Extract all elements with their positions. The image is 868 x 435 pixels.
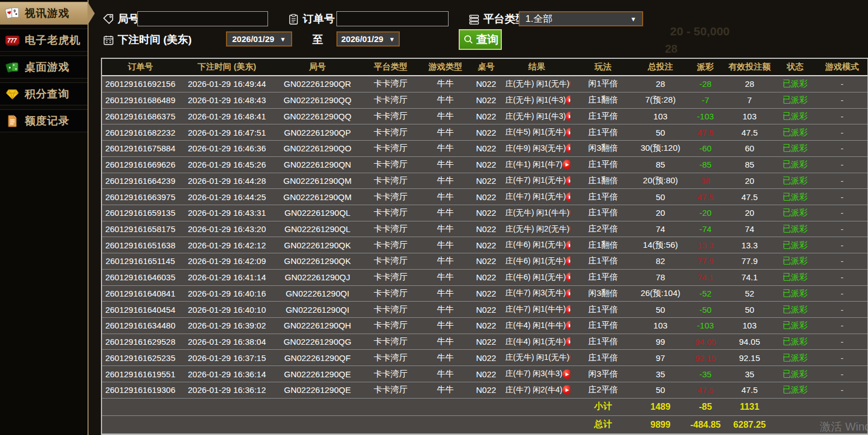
valid-bet-cell: 47.5 [726,189,773,205]
order-number-cell: 260129161659135 [102,205,178,221]
query-button[interactable]: 查询 [459,29,502,50]
play-video-icon[interactable]: ▶ [566,289,570,298]
result-text: 庄(牛6) 闲1(无牛) [505,240,566,250]
platform-cell: 卡卡湾厅 [359,156,421,173]
bet-time-cell: 2026-01-29 16:45:26 [178,156,275,173]
payout-cell: 77.9 [685,253,726,270]
date-to-value: 2026/01/29 [341,34,384,44]
document-icon [4,114,21,128]
summary-gap-cell [102,416,570,434]
cards-icon: 9 [4,6,21,21]
platform-cell: 卡卡湾厅 [359,350,421,366]
date-to-picker[interactable]: 2026/01/29 ▼ [336,31,400,47]
play-video-icon[interactable]: ▶ [569,353,570,363]
valid-bet-cell: 74.1 [726,269,773,285]
date-from-picker[interactable]: 2026/01/29 ▼ [226,31,292,47]
table-row: 2601291616864892026-01-29 16:48:43GN0222… [102,92,867,108]
play-video-icon[interactable]: ▶ [562,160,570,169]
result-cell: 庄(牛7) 闲3(牛3)▶ [503,366,570,382]
result-cell: 庄(牛6) 闲1(无牛)▶ [503,237,570,253]
game-mode-cell: - [817,269,867,285]
play-video-icon[interactable]: ▶ [562,385,570,395]
sidebar-item-quota-record[interactable]: 额度记录 [0,109,87,132]
status-cell: 已派彩 [773,189,816,205]
play-video-icon[interactable]: ▶ [566,256,570,266]
play-video-icon[interactable]: ▶ [566,240,570,250]
sidebar-item-label: 电子老虎机 [25,33,81,48]
play-video-icon[interactable]: ▶ [569,79,570,89]
play-video-icon[interactable]: ▶ [566,321,570,330]
table-row: 2601291616295282026-01-29 16:38:04GN0222… [102,334,867,350]
play-video-icon[interactable]: ▶ [566,337,570,346]
game-type-cell: 牛牛 [422,285,469,302]
column-header-10: 有效投注额 [726,59,773,76]
status-cell: 已派彩 [773,253,816,270]
status-cell: 已派彩 [773,334,816,350]
result-cell: 庄(牛9) 闲3(无牛)▶ [503,141,570,157]
order-number-input[interactable] [336,11,449,26]
play-video-icon[interactable]: ▶ [566,272,570,282]
play-method-cell: 庄1平倍 [570,108,635,124]
platform-cell: 卡卡湾厅 [359,318,421,334]
play-video-icon[interactable]: ▶ [566,95,570,105]
play-method-cell: 庄1平倍 [570,205,635,221]
play-video-icon[interactable]: ▶ [566,305,570,314]
game-type-cell: 牛牛 [422,318,469,334]
result-cell: 庄(牛4) 闲1(牛牛)▶ [503,318,570,334]
play-video-icon[interactable]: ▶ [569,224,570,234]
game-type-cell: 牛牛 [422,350,469,366]
table-number-cell: N022 [469,108,503,124]
bet-time-cell: 2026-01-29 16:43:31 [178,205,275,221]
play-video-icon[interactable]: ▶ [569,208,570,218]
play-video-icon[interactable]: ▶ [566,128,570,137]
round-number-cell: GN022261290QE [275,382,359,398]
game-type-cell: 牛牛 [422,141,469,157]
table-row: 2601291616581752026-01-29 16:43:20GN0222… [102,221,867,237]
result-cell: 庄(牛4) 闲1(无牛)▶ [503,334,570,350]
table-row: 2601291616408412026-01-29 16:40:16GN0222… [102,285,867,302]
platform-select[interactable]: 1.全部 ▼ [519,11,643,26]
diamond-icon [4,87,21,101]
play-video-icon[interactable]: ▶ [566,144,570,153]
total-bet-cell: 28 [636,76,685,92]
play-video-icon[interactable]: ▶ [566,112,570,121]
round-number-input[interactable] [137,11,268,26]
table-number-cell: N022 [469,205,503,221]
sidebar-item-slots[interactable]: 777电子老虎机 [0,29,87,52]
summary-empty-cell [773,398,816,416]
sidebar-item-table-games[interactable]: 桌面游戏 [0,55,87,78]
total-bet-cell: 82 [636,253,685,270]
valid-bet-cell: 7 [726,92,773,108]
tag-icon [102,13,114,25]
sidebar-item-label: 积分查询 [25,87,70,101]
order-number-cell: 260129161629528 [102,334,178,350]
table-number-cell: N022 [469,302,503,318]
order-number-cell: 260129161619551 [102,366,178,382]
round-number-cell: GN022261290QF [275,350,359,366]
play-video-icon[interactable]: ▶ [566,176,570,186]
table-row: 2601291616642392026-01-29 16:44:28GN0222… [102,173,867,189]
valid-bet-cell: 103 [726,108,773,124]
column-header-1: 下注时间 (美东) [178,59,275,76]
total-bet-cell: 35 [636,366,685,382]
table-row: 2601291616822322026-01-29 16:47:51GN0222… [102,124,867,141]
play-video-icon[interactable]: ▶ [566,192,570,202]
game-mode-cell: - [817,124,867,141]
table-number-cell: N022 [469,173,503,189]
platform-cell: 卡卡湾厅 [359,366,421,382]
round-number-label-group: 局号 [102,12,139,26]
svg-text:9: 9 [13,9,16,13]
order-number-cell: 260129161651145 [102,253,178,270]
game-type-cell: 牛牛 [422,173,469,189]
play-video-icon[interactable]: ▶ [562,369,570,379]
sidebar-item-label: 额度记录 [25,114,70,128]
status-cell: 已派彩 [773,124,816,141]
game-type-cell: 牛牛 [422,253,469,270]
play-method-cell: 庄1平倍 [570,350,635,366]
order-number-cell: 260129161640454 [102,302,178,318]
sidebar-item-video-games[interactable]: 9视讯游戏 [0,2,87,25]
subtotal-row: 小计1489-851131 [102,398,867,416]
sidebar-item-points-query[interactable]: 积分查询 [0,82,87,105]
play-method-cell: 庄1平倍 [570,318,635,334]
calendar-icon [102,34,114,46]
